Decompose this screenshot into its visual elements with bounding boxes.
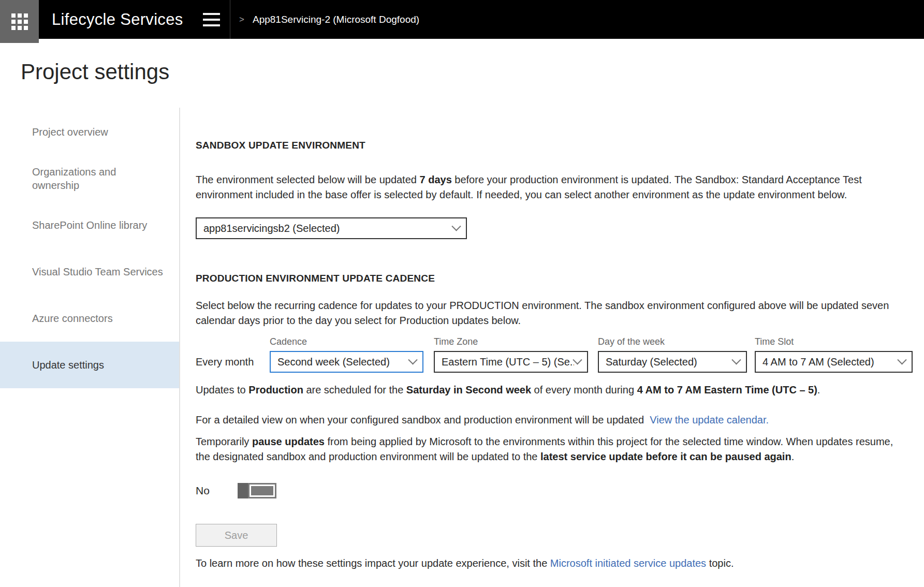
day-of-week-field: Day of the week Saturday (Selected) [598, 336, 747, 373]
sidebar-item-sharepoint-online-library[interactable]: SharePoint Online library [0, 202, 179, 248]
time-slot-field: Time Slot 4 AM to 7 AM (Selected) [755, 336, 913, 373]
pause-description: Temporarily pause updates from being app… [196, 434, 901, 464]
time-slot-field-label: Time Slot [755, 336, 913, 347]
calendar-detail-line: For a detailed view on when your configu… [196, 415, 915, 425]
sidebar-item-visual-studio-team-services[interactable]: Visual Studio Team Services [0, 248, 179, 295]
pause-toggle-row: No [196, 483, 915, 498]
sidebar: Project overview Organizations and owner… [0, 109, 179, 388]
time-zone-field-label: Time Zone [434, 336, 588, 347]
pause-updates-toggle[interactable] [238, 483, 276, 498]
day-of-week-select-value: Saturday (Selected) [606, 356, 697, 368]
toggle-knob [238, 483, 248, 498]
cadence-field-label: Cadence [270, 336, 423, 347]
chevron-down-icon [731, 355, 741, 364]
toggle-track [248, 483, 276, 498]
sidebar-item-organizations-and-ownership[interactable]: Organizations and ownership [0, 155, 179, 202]
sandbox-environment-select[interactable]: app81servicingsb2 (Selected) [196, 217, 467, 239]
cadence-controls-row: Every month Cadence Second week (Selecte… [196, 336, 915, 373]
learn-more-line: To learn more on how these settings impa… [196, 558, 915, 569]
cadence-field: Cadence Second week (Selected) [270, 336, 423, 373]
day-of-week-field-label: Day of the week [598, 336, 747, 347]
sidebar-item-project-overview[interactable]: Project overview [0, 109, 179, 155]
page-title: Project settings [21, 60, 169, 84]
view-update-calendar-link[interactable]: View the update calendar. [650, 414, 769, 425]
frequency-label: Every month [196, 351, 270, 373]
pause-toggle-state-label: No [196, 485, 238, 497]
time-slot-select[interactable]: 4 AM to 7 AM (Selected) [755, 351, 913, 373]
project-settings-page: Lifecycle Services > App81Servicing-2 (M… [0, 0, 924, 587]
waffle-icon [11, 13, 28, 30]
cadence-description: Select below the recurring cadence for u… [196, 298, 901, 328]
time-zone-select-value: Eastern Time (UTC – 5) (Se... [442, 356, 574, 368]
chevron-down-icon [573, 355, 582, 364]
sandbox-environment-value: app81servicingsb2 (Selected) [203, 223, 340, 234]
app-title: Lifecycle Services [52, 10, 183, 29]
cadence-select[interactable]: Second week (Selected) [270, 351, 423, 373]
chevron-down-icon [451, 222, 461, 231]
chevron-down-icon [897, 355, 906, 364]
sidebar-divider [179, 108, 180, 587]
time-zone-select[interactable]: Eastern Time (UTC – 5) (Se... [434, 351, 588, 373]
app-launcher-button[interactable] [0, 0, 39, 43]
time-slot-select-value: 4 AM to 7 AM (Selected) [762, 356, 874, 368]
cadence-select-value: Second week (Selected) [277, 356, 390, 368]
main-content: SANDBOX UPDATE ENVIRONMENT The environme… [196, 0, 915, 569]
chevron-down-icon [408, 355, 417, 364]
service-updates-topic-link[interactable]: Microsoft initiated service updates [550, 557, 706, 569]
save-button[interactable]: Save [196, 524, 277, 547]
sandbox-description: The environment selected below will be u… [196, 172, 901, 202]
cadence-section-heading: PRODUCTION ENVIRONMENT UPDATE CADENCE [196, 273, 915, 283]
time-zone-field: Time Zone Eastern Time (UTC – 5) (Se... [434, 336, 588, 373]
schedule-summary: Updates to Production are scheduled for … [196, 385, 915, 395]
sidebar-item-update-settings[interactable]: Update settings [0, 342, 179, 388]
sandbox-section-heading: SANDBOX UPDATE ENVIRONMENT [196, 140, 915, 150]
sidebar-item-azure-connectors[interactable]: Azure connectors [0, 295, 179, 342]
day-of-week-select[interactable]: Saturday (Selected) [598, 351, 747, 373]
